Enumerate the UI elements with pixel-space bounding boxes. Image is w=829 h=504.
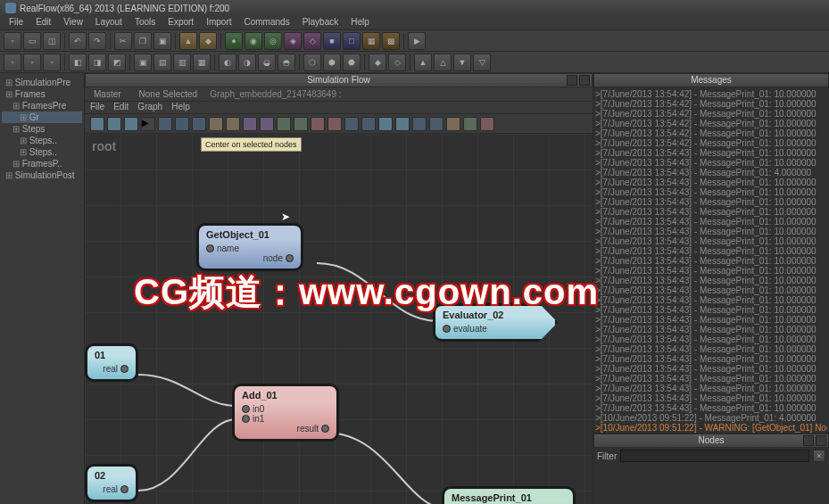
tool-redo-icon[interactable]: ↷ <box>88 32 106 50</box>
tool2-t-icon[interactable]: ▲ <box>414 54 432 71</box>
menu-import[interactable]: Import <box>201 16 236 29</box>
port-out-real[interactable]: real <box>95 484 128 494</box>
tool2-q-icon[interactable]: ⬣ <box>343 54 361 71</box>
messages-list[interactable]: >[7/June/2013 13:54:42] - MessagePrint_0… <box>593 87 829 433</box>
panel-max-icon[interactable] <box>567 75 577 86</box>
node-canvas[interactable]: root Center on selected nodes ➤ GetObjec… <box>85 134 593 504</box>
tool-fire-icon[interactable]: ▲ <box>179 32 197 50</box>
menu-layout[interactable]: Layout <box>90 16 128 29</box>
graphmenu-graph[interactable]: Graph <box>137 102 162 113</box>
port-in1[interactable]: in1 <box>242 414 329 424</box>
tool2-f-icon[interactable]: ◩ <box>108 54 126 71</box>
tree-item[interactable]: SimulationPre <box>2 77 82 88</box>
tool2-g-icon[interactable]: ▣ <box>134 54 152 71</box>
port-in-name[interactable]: name <box>206 244 294 253</box>
menu-file[interactable]: File <box>4 16 29 29</box>
gt-j-icon[interactable] <box>361 117 376 131</box>
tool2-d-icon[interactable]: ◧ <box>69 54 87 71</box>
gt-m-icon[interactable] <box>412 117 427 131</box>
gt-i-icon[interactable] <box>344 117 359 131</box>
gt-zoom1-icon[interactable] <box>158 117 172 131</box>
gt-center-icon[interactable] <box>192 117 206 131</box>
tool2-v-icon[interactable]: ▼ <box>453 54 471 71</box>
tool2-o-icon[interactable]: ⬡ <box>303 54 321 71</box>
menu-commands[interactable]: Commands <box>239 16 295 29</box>
tool2-l-icon[interactable]: ◑ <box>238 54 256 71</box>
tree-item[interactable]: FramesP.. <box>2 158 82 169</box>
gt-k-icon[interactable] <box>378 117 393 131</box>
graphmenu-help[interactable]: Help <box>171 102 190 113</box>
tool2-r-icon[interactable]: ◆ <box>369 54 386 71</box>
tool-paste-icon[interactable]: ▣ <box>153 32 171 50</box>
tool-new-icon[interactable]: ▫ <box>4 32 21 50</box>
tool2-h-icon[interactable]: ▤ <box>153 54 171 71</box>
tree-item[interactable]: SimulationPost <box>2 169 82 181</box>
tool2-p-icon[interactable]: ⬢ <box>323 54 341 71</box>
tool-copy-icon[interactable]: ❐ <box>134 32 152 50</box>
tree-item[interactable]: Steps.. <box>2 135 82 146</box>
tree-item[interactable]: FramesPre <box>2 100 82 112</box>
gt-q-icon[interactable] <box>480 117 494 131</box>
gt-o-icon[interactable] <box>446 117 460 131</box>
menu-view[interactable]: View <box>58 16 88 29</box>
node-partial-01[interactable]: 01 real <box>85 343 138 382</box>
gt-p-icon[interactable] <box>463 117 477 131</box>
tree-item[interactable]: Frames <box>2 88 82 100</box>
filter-clear-icon[interactable]: × <box>813 450 825 462</box>
tool2-n-icon[interactable]: ◓ <box>278 54 295 71</box>
gt-h-icon[interactable] <box>327 117 342 131</box>
gt-b-icon[interactable] <box>226 117 240 131</box>
panel-close-icon[interactable] <box>816 435 826 446</box>
node-partial-02[interactable]: 02 real <box>85 464 138 502</box>
gt-folder2-icon[interactable] <box>107 117 121 131</box>
filter-input[interactable] <box>620 450 809 462</box>
tool2-u-icon[interactable]: △ <box>434 54 452 71</box>
panel-max-icon[interactable] <box>803 435 814 446</box>
gt-a-icon[interactable] <box>209 117 223 131</box>
tool-emit2-icon[interactable]: ◉ <box>245 32 262 50</box>
gt-n-icon[interactable] <box>429 117 444 131</box>
gt-l-icon[interactable] <box>395 117 410 131</box>
tool-save-icon[interactable]: ◫ <box>43 32 61 50</box>
tool2-a-icon[interactable]: ▫ <box>4 54 21 71</box>
tool-cut-icon[interactable]: ✂ <box>114 32 132 50</box>
panel-close-icon[interactable] <box>579 75 590 86</box>
tool-daemon2-icon[interactable]: ◇ <box>303 32 321 50</box>
port-out-node[interactable]: node <box>206 253 294 263</box>
tool2-e-icon[interactable]: ◨ <box>88 54 106 71</box>
tree-item[interactable]: Steps <box>2 123 82 135</box>
gt-folder1-icon[interactable] <box>90 117 104 131</box>
tool-cam-icon[interactable]: ▶ <box>408 32 426 50</box>
gt-g-icon[interactable] <box>311 117 325 131</box>
gt-play-icon[interactable]: ▶ <box>141 117 155 131</box>
tool2-j-icon[interactable]: ▦ <box>193 54 211 71</box>
menu-playback[interactable]: Playback <box>297 16 344 29</box>
tool-obj1-icon[interactable]: ■ <box>323 32 341 50</box>
tool2-m-icon[interactable]: ◒ <box>258 54 276 71</box>
tool2-s-icon[interactable]: ◇ <box>388 54 406 71</box>
tool2-c-icon[interactable]: ▫ <box>43 54 61 71</box>
tool2-w-icon[interactable]: ▽ <box>473 54 491 71</box>
tab-master[interactable]: Master <box>88 88 127 100</box>
port-in-evaluate[interactable]: evaluate <box>443 324 548 334</box>
gt-c-icon[interactable] <box>243 117 257 131</box>
tool2-b-icon[interactable]: ▫ <box>23 54 41 71</box>
menu-export[interactable]: Export <box>162 16 199 29</box>
tool-mesh1-icon[interactable]: ▦ <box>362 32 380 50</box>
node-getobject[interactable]: GetObject_01 name node <box>196 223 303 271</box>
gt-e-icon[interactable] <box>277 117 291 131</box>
graphmenu-file[interactable]: File <box>90 102 104 113</box>
tree-item[interactable]: Steps.. <box>2 146 82 158</box>
port-out-result[interactable]: result <box>242 424 329 434</box>
gt-folder3-icon[interactable] <box>124 117 138 131</box>
tool-obj2-icon[interactable]: □ <box>343 32 361 50</box>
port-in0[interactable]: in0 <box>242 404 329 414</box>
graphmenu-edit[interactable]: Edit <box>113 102 128 113</box>
tab-none-selected[interactable]: None Selected <box>134 88 203 100</box>
tool-emit1-icon[interactable]: ● <box>225 32 243 50</box>
menu-tools[interactable]: Tools <box>129 16 161 29</box>
menu-edit[interactable]: Edit <box>30 16 56 29</box>
node-messageprint[interactable]: MessagePrint_01 value through <box>442 486 576 504</box>
tool2-k-icon[interactable]: ◐ <box>219 54 236 71</box>
gt-zoom2-icon[interactable] <box>175 117 189 131</box>
